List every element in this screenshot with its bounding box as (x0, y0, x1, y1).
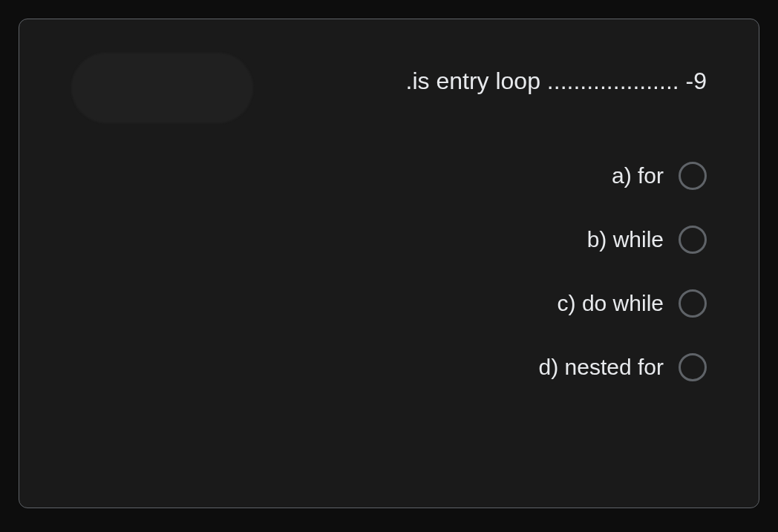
options-container: a) for b) while c) do while d) nested fo… (60, 136, 718, 381)
radio-b[interactable] (679, 226, 707, 254)
option-row-c[interactable]: c) do while (60, 289, 707, 318)
option-label-d: d) nested for (539, 355, 664, 380)
option-row-d[interactable]: d) nested for (60, 353, 707, 381)
radio-a[interactable] (679, 162, 707, 190)
option-label-b: b) while (587, 227, 664, 252)
radio-d[interactable] (679, 353, 707, 381)
radio-c[interactable] (679, 289, 707, 318)
option-row-a[interactable]: a) for (60, 162, 707, 190)
option-label-c: c) do while (558, 291, 664, 316)
redacted-area (71, 53, 253, 123)
option-label-a: a) for (612, 163, 664, 188)
option-row-b[interactable]: b) while (60, 226, 707, 254)
question-card: .is entry loop .................... -9 a… (19, 19, 759, 508)
